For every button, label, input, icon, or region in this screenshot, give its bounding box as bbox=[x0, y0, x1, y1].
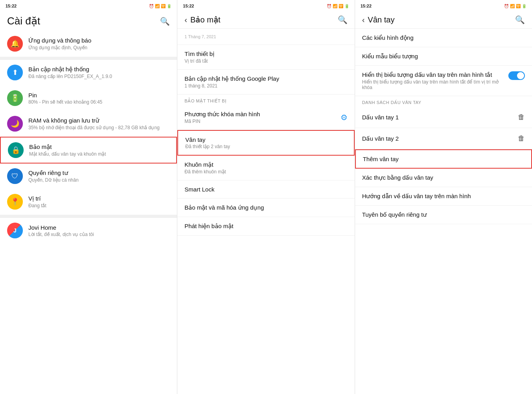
gear-icon[interactable]: ⚙ bbox=[340, 113, 348, 122]
security-lockscreen[interactable]: Phương thức khóa màn hình Mã PIN ⚙ bbox=[177, 105, 354, 130]
fingerprint-guide[interactable]: Hướng dẫn về dấu vân tay trên màn hình bbox=[355, 187, 532, 206]
security-google-play[interactable]: Bản cập nhật hệ thống Google Play 1 thán… bbox=[177, 70, 354, 95]
face-title: Khuôn mặt bbox=[184, 161, 347, 168]
settings-item-location[interactable]: 📍 Vị trí Đang tắt bbox=[0, 189, 177, 215]
security-threat-detection[interactable]: Phát hiện bảo mật bbox=[177, 217, 354, 236]
settings-item-privacy[interactable]: 🛡 Quyền riêng tư Quyền, Dữ liệu cá nhân bbox=[0, 164, 177, 189]
fingerprint-2-row[interactable]: Dấu vân tay 2 🗑 bbox=[355, 128, 532, 149]
threat-detection-title: Phát hiện bảo mật bbox=[184, 223, 347, 230]
ram-title: RAM và không gian lưu trữ bbox=[28, 117, 170, 124]
update-icon: ⬆ bbox=[7, 65, 23, 80]
fingerprint-2-title: Dấu vân tay 2 bbox=[362, 135, 399, 142]
alarm-icon-3: ⏰ bbox=[504, 4, 509, 8]
animations-title: Các kiểu hình động bbox=[362, 34, 525, 41]
apps-subtitle: Ứng dụng mặc định, Quyền bbox=[28, 45, 170, 50]
divider-1 bbox=[0, 57, 177, 60]
ram-icon: 🌙 bbox=[7, 116, 23, 132]
status-time-1: 15:22 bbox=[6, 4, 17, 8]
signal-icon-2: 📶 bbox=[333, 4, 337, 8]
location-icon: 📍 bbox=[7, 194, 23, 210]
security-subtitle: Mật khẩu, dấu vân tay và khuôn mặt bbox=[29, 151, 169, 157]
display-icon-title: Hiển thị biểu tượng dấu vân tay trên màn… bbox=[362, 71, 504, 78]
app-encryption-title: Bảo mật và mã hóa ứng dụng bbox=[184, 204, 347, 211]
status-icons-3: ⏰ 📶 🛜 🔋 bbox=[504, 4, 526, 8]
security-icon: 🔒 bbox=[8, 142, 24, 158]
settings-item-update[interactable]: ⬆ Bản cập nhật hệ thống Đã nâng cấp lên … bbox=[0, 60, 177, 85]
fingerprint-auth[interactable]: Xác thực bằng dấu vân tay bbox=[355, 169, 532, 187]
apps-icon: 🔔 bbox=[7, 36, 23, 52]
signal-icon: 📶 bbox=[155, 4, 160, 8]
add-fingerprint-title: Thêm vân tay bbox=[363, 156, 524, 162]
fingerprint-1-title: Dấu vân tay 1 bbox=[362, 114, 399, 121]
panel-security: 15:22 ⏰ 📶 🛜 🔋 ‹ Bảo mật 🔍 1 Tháng 7, 202… bbox=[177, 0, 355, 394]
status-bar-3: 15:22 ⏰ 📶 🛜 🔋 bbox=[355, 0, 532, 11]
display-icon-toggle[interactable] bbox=[508, 71, 525, 80]
back-button-2[interactable]: ‹ Bảo mật bbox=[184, 15, 220, 24]
security-find-device[interactable]: Tìm thiết bị Vị trí đã tắt bbox=[177, 45, 354, 70]
settings-item-ram[interactable]: 🌙 RAM và không gian lưu trữ 35% bộ nhớ đ… bbox=[0, 111, 177, 137]
back-arrow-2: ‹ bbox=[184, 15, 187, 24]
status-time-3: 15:22 bbox=[361, 4, 372, 8]
divider-2 bbox=[0, 215, 177, 218]
apps-title: Ứng dụng và thông báo bbox=[28, 37, 170, 44]
battery-icon: 🔋 bbox=[167, 4, 171, 8]
fingerprint-section-label: DANH SÁCH DẤU VÂN TAY bbox=[355, 96, 532, 107]
date-text: 1 Tháng 7, 2021 bbox=[184, 34, 347, 39]
icon-style-title: Kiểu mẫu biểu tượng bbox=[362, 53, 525, 60]
privacy-title: Quyền riêng tư bbox=[28, 169, 170, 177]
fingerprint-1-delete[interactable]: 🗑 bbox=[518, 113, 525, 121]
security-page-title: Bảo mật bbox=[190, 15, 220, 24]
settings-item-security[interactable]: 🔒 Bảo mật Mật khẩu, dấu vân tay và khuôn… bbox=[0, 137, 177, 164]
back-arrow-3: ‹ bbox=[362, 15, 365, 24]
update-title: Bản cập nhật hệ thống bbox=[28, 66, 170, 73]
fingerprint-title: Vân tay bbox=[185, 136, 346, 143]
lockscreen-subtitle: Mã PIN bbox=[184, 119, 260, 124]
settings-item-battery[interactable]: 🔋 Pin 80% - Pin sẽ hết vào khoảng 06:45 bbox=[0, 85, 177, 111]
settings-item-apps[interactable]: 🔔 Ứng dụng và thông báo Ứng dụng mặc địn… bbox=[0, 31, 177, 57]
settings-item-jovi[interactable]: J Jovi Home Lời tắt, đề xuất, dịch vụ củ… bbox=[0, 218, 177, 243]
jovi-subtitle: Lời tắt, đề xuất, dịch vụ của tôi bbox=[28, 232, 170, 237]
jovi-title: Jovi Home bbox=[28, 224, 170, 231]
battery-icon-3: 🔋 bbox=[522, 4, 526, 8]
back-button-3[interactable]: ‹ Vân tay bbox=[362, 15, 395, 24]
security-fingerprint[interactable]: Vân tay Đã thiết lập 2 vân tay bbox=[177, 130, 354, 156]
status-bar-2: 15:22 ⏰ 📶 🛜 🔋 bbox=[177, 0, 354, 11]
security-section-label: BẢO MẬT THIẾT BỊ bbox=[177, 95, 354, 105]
privacy-subtitle: Quyền, Dữ liệu cá nhân bbox=[28, 177, 170, 183]
settings-header: Cài đặt 🔍 bbox=[0, 11, 177, 31]
wifi-icon-3: 🛜 bbox=[516, 4, 521, 8]
wifi-icon: 🛜 bbox=[161, 4, 166, 8]
settings-title: Cài đặt bbox=[7, 15, 40, 27]
security-app-encryption[interactable]: Bảo mật và mã hóa ứng dụng bbox=[177, 199, 354, 217]
fingerprint-privacy[interactable]: Tuyên bố quyền riêng tư bbox=[355, 206, 532, 224]
ram-subtitle: 35% bộ nhớ điện thoại đã được sử dụng - … bbox=[28, 125, 170, 130]
fingerprint-2-delete[interactable]: 🗑 bbox=[518, 134, 525, 143]
panel-settings: 15:22 ⏰ 📶 🛜 🔋 Cài đặt 🔍 🔔 Ứng dụng và th… bbox=[0, 0, 177, 394]
fingerprint-icon-style[interactable]: Kiểu mẫu biểu tượng bbox=[355, 47, 532, 66]
search-button-1[interactable]: 🔍 bbox=[160, 17, 170, 26]
update-subtitle: Đã nâng cấp lên PD2150F_EX_A_1.9.0 bbox=[28, 74, 170, 79]
search-button-3[interactable]: 🔍 bbox=[515, 15, 525, 24]
fingerprint-animations[interactable]: Các kiểu hình động bbox=[355, 29, 532, 47]
battery-title: Pin bbox=[28, 92, 170, 98]
fingerprint-auth-title: Xác thực bằng dấu vân tay bbox=[362, 174, 525, 181]
security-smart-lock[interactable]: Smart Lock bbox=[177, 180, 354, 199]
privacy-icon: 🛡 bbox=[7, 168, 23, 184]
fingerprint-1-row[interactable]: Dấu vân tay 1 🗑 bbox=[355, 107, 532, 128]
google-play-title: Bản cập nhật hệ thống Google Play bbox=[184, 75, 347, 82]
find-device-subtitle: Vị trí đã tắt bbox=[184, 58, 347, 64]
fingerprint-display-icon[interactable]: Hiển thị biểu tượng dấu vân tay trên màn… bbox=[355, 66, 532, 96]
signal-icon-3: 📶 bbox=[510, 4, 515, 8]
fingerprint-page-title: Vân tay bbox=[368, 15, 394, 24]
security-face[interactable]: Khuôn mặt Đã thêm khuôn mặt bbox=[177, 156, 354, 180]
alarm-icon-2: ⏰ bbox=[327, 4, 331, 8]
smart-lock-title: Smart Lock bbox=[184, 186, 347, 193]
security-header: ‹ Bảo mật 🔍 bbox=[177, 11, 354, 29]
wifi-icon-2: 🛜 bbox=[339, 4, 343, 8]
add-fingerprint-item[interactable]: Thêm vân tay bbox=[355, 149, 532, 169]
display-icon-subtitle: Hiển thị biểu tượng dấu vân tay trên màn… bbox=[362, 79, 504, 90]
security-title: Bảo mật bbox=[29, 143, 169, 151]
search-button-2[interactable]: 🔍 bbox=[338, 15, 348, 24]
settings-list: 🔔 Ứng dụng và thông báo Ứng dụng mặc địn… bbox=[0, 31, 177, 394]
fingerprint-guide-title: Hướng dẫn về dấu vân tay trên màn hình bbox=[362, 193, 525, 200]
